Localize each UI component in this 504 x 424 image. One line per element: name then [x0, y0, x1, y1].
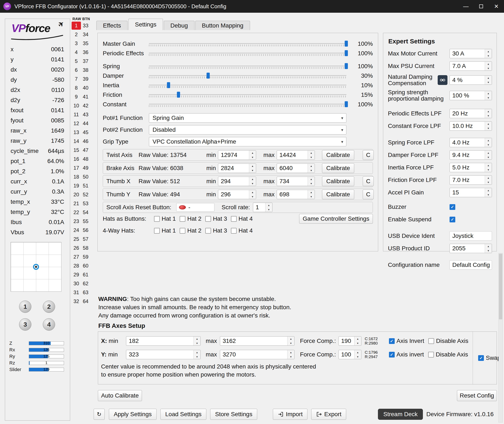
import-button[interactable]: Import	[273, 409, 307, 420]
hat-checkbox-item[interactable]: Hat 1	[154, 227, 176, 234]
spin-arrows[interactable]: ▴▾	[193, 350, 200, 359]
spin-up-icon[interactable]: ▴	[265, 203, 272, 207]
slider-handle[interactable]	[345, 50, 348, 56]
spin-arrows[interactable]: ▴▾	[249, 150, 256, 159]
spin-down-icon[interactable]: ▾	[194, 341, 200, 345]
spin-down-icon[interactable]: ▾	[485, 126, 492, 131]
inertia-lpf-spinbox[interactable]: 5.0 Hz▴▾	[450, 163, 492, 172]
spring-lpf-spinbox[interactable]: 4.0 Hz▴▾	[450, 138, 492, 147]
spin-arrows[interactable]: ▴▾	[265, 203, 272, 212]
spin-up-icon[interactable]: ▴	[288, 337, 294, 341]
friction-lpf-spinbox[interactable]: 7.0 Hz▴▾	[450, 175, 492, 185]
maximize-button[interactable]	[473, 0, 489, 13]
periodic-lpf-spinbox[interactable]: 20 Hz▴▾	[450, 109, 492, 118]
minimize-button[interactable]: —	[458, 0, 473, 13]
spin-down-icon[interactable]: ▾	[249, 155, 256, 159]
spin-down-icon[interactable]: ▾	[354, 341, 361, 345]
spin-down-icon[interactable]: ▾	[485, 95, 492, 100]
apply-settings-button[interactable]: Apply Settings	[109, 409, 157, 420]
calibrate-button[interactable]: Calibrate	[322, 163, 354, 173]
spin-arrows[interactable]: ▴▾	[485, 122, 492, 131]
spin-up-icon[interactable]: ▴	[308, 177, 315, 181]
accel-pi-gain-spinbox[interactable]: 15▴▾	[450, 188, 492, 197]
spin-arrows[interactable]: ▴▾	[249, 177, 256, 186]
link-button[interactable]	[438, 75, 447, 85]
spin-up-icon[interactable]: ▴	[249, 164, 256, 168]
min-spinbox[interactable]: 12974 ▴▾	[218, 150, 256, 160]
spin-down-icon[interactable]: ▾	[485, 180, 492, 184]
max-spinbox[interactable]: 6040 ▴▾	[277, 163, 315, 173]
scroll-axis-reset-field[interactable]: -	[176, 203, 214, 212]
buzzer-checkbox[interactable]	[450, 204, 455, 210]
spin-up-icon[interactable]: ▴	[485, 138, 492, 143]
spin-down-icon[interactable]: ▾	[194, 355, 200, 359]
calibrate-button[interactable]: Calibrate	[322, 176, 354, 186]
spin-arrows[interactable]: ▴▾	[308, 150, 315, 159]
hat-checkbox[interactable]	[231, 216, 237, 222]
spin-down-icon[interactable]: ▾	[485, 113, 492, 118]
c-button[interactable]: C	[363, 190, 374, 199]
spin-up-icon[interactable]: ▴	[485, 49, 492, 54]
spin-down-icon[interactable]: ▾	[485, 143, 492, 147]
stream-deck-button[interactable]: Stream Deck	[378, 409, 423, 420]
ffb-min-spinbox[interactable]: 182▴▾	[126, 336, 201, 346]
spin-arrows[interactable]: ▴▾	[287, 337, 294, 345]
spin-down-icon[interactable]: ▾	[288, 355, 294, 359]
dropdown[interactable]: Disabled ▾	[149, 125, 346, 135]
slider-track[interactable]	[149, 101, 346, 108]
spin-up-icon[interactable]: ▴	[485, 91, 492, 95]
hat-checkbox-item[interactable]: Hat 3	[205, 215, 227, 222]
auto-calibrate-button[interactable]: Auto Calibrate	[98, 390, 142, 401]
spin-up-icon[interactable]: ▴	[194, 337, 200, 341]
spin-down-icon[interactable]: ▾	[308, 168, 315, 173]
spin-arrows[interactable]: ▴▾	[485, 188, 492, 197]
spin-up-icon[interactable]: ▴	[485, 150, 492, 155]
slider-handle[interactable]	[167, 82, 170, 88]
swap-checkbox[interactable]	[478, 355, 484, 361]
spin-up-icon[interactable]: ▴	[308, 164, 315, 168]
spin-up-icon[interactable]: ▴	[485, 109, 492, 113]
dropdown[interactable]: Spring Gain ▾	[149, 113, 346, 123]
disable-axis-checkbox[interactable]	[428, 352, 434, 357]
slider-track[interactable]	[149, 50, 346, 57]
spin-up-icon[interactable]: ▴	[249, 150, 256, 155]
spin-up-icon[interactable]: ▴	[485, 244, 492, 249]
axis-invert-control[interactable]: Axis Invert	[389, 338, 424, 344]
slider-handle[interactable]	[207, 73, 210, 79]
hat-checkbox-item[interactable]: Hat 1	[154, 215, 176, 222]
spin-up-icon[interactable]: ▴	[354, 350, 361, 355]
hat-checkbox[interactable]	[205, 228, 211, 234]
reset-config-button[interactable]: Reset Config	[457, 390, 497, 401]
disable-axis-checkbox[interactable]	[428, 338, 434, 344]
load-settings-button[interactable]: Load Settings	[160, 409, 206, 420]
force-comp-spinbox[interactable]: 100▴▾	[339, 350, 361, 359]
hat-checkbox[interactable]	[180, 228, 185, 234]
spin-arrows[interactable]: ▴▾	[308, 164, 315, 173]
axis-invert-checkbox[interactable]	[389, 352, 395, 357]
spin-down-icon[interactable]: ▾	[485, 155, 492, 159]
spin-arrows[interactable]: ▴▾	[485, 150, 492, 159]
spin-down-icon[interactable]: ▾	[288, 341, 294, 345]
natural-damping-spinbox[interactable]: 4 %▴▾	[450, 75, 492, 85]
calibrate-button[interactable]: Calibrate	[322, 190, 354, 199]
spin-up-icon[interactable]: ▴	[288, 350, 294, 355]
calibrate-button[interactable]: Calibrate	[322, 150, 354, 160]
max-spinbox[interactable]: 698 ▴▾	[277, 190, 315, 199]
enable-suspend-checkbox[interactable]	[450, 217, 455, 222]
spin-up-icon[interactable]: ▴	[308, 150, 315, 155]
disable-axis-control[interactable]: Disable Axis	[428, 351, 468, 358]
min-spinbox[interactable]: 294 ▴▾	[218, 177, 256, 186]
hat-checkbox[interactable]	[205, 216, 211, 222]
hat-checkbox[interactable]	[231, 228, 237, 234]
dropdown[interactable]: VPC Constellation Alpha+Prime ▾	[149, 137, 346, 146]
spin-arrows[interactable]: ▴▾	[308, 190, 315, 199]
tab[interactable]: Button Mapping	[195, 21, 250, 30]
hat-checkbox-item[interactable]: Hat 2	[180, 227, 202, 234]
hat-checkbox-item[interactable]: Hat 2	[180, 215, 202, 222]
refresh-button[interactable]: ↻	[94, 409, 105, 420]
max-spinbox[interactable]: 734 ▴▾	[277, 177, 315, 186]
spin-arrows[interactable]: ▴▾	[485, 138, 492, 147]
spin-up-icon[interactable]: ▴	[485, 163, 492, 168]
max-motor-current-spinbox[interactable]: 30 A▴▾	[450, 49, 492, 58]
spin-down-icon[interactable]: ▾	[308, 181, 315, 186]
